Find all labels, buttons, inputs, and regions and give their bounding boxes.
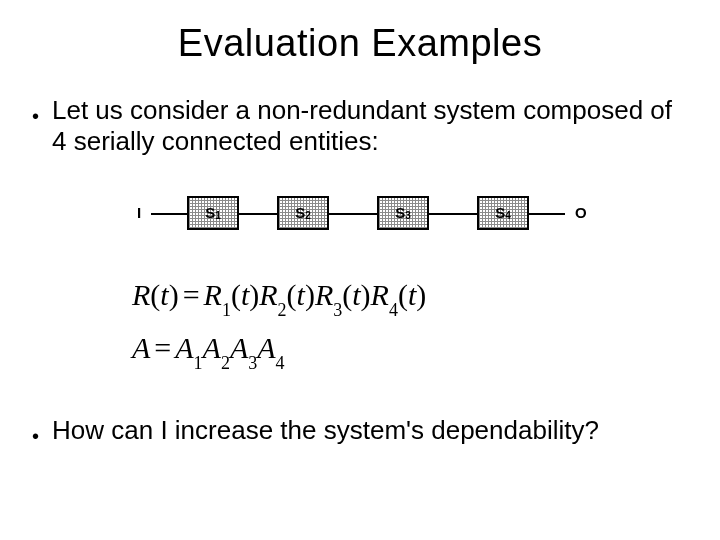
equations: R(t)=R1(t)R2(t)R3(t)R4(t) A=A1A2A3A4 xyxy=(32,269,688,374)
bullet-icon xyxy=(32,415,52,450)
block-s2-base: S xyxy=(295,204,305,222)
block-s3-base: S xyxy=(395,204,405,222)
block-s3: S3 xyxy=(377,196,429,230)
block-s2-sub: 2 xyxy=(305,210,311,222)
slide-body: Let us consider a non-redundant system c… xyxy=(0,65,720,450)
block-s3-sub: 3 xyxy=(405,210,411,222)
bullet-icon xyxy=(32,95,52,157)
block-s1: S1 xyxy=(187,196,239,230)
wire xyxy=(429,213,477,215)
output-label: O xyxy=(575,204,587,222)
bullet-2-text: How can I increase the system's dependab… xyxy=(52,415,599,450)
wire xyxy=(529,213,565,215)
wire xyxy=(151,213,187,215)
wire xyxy=(329,213,377,215)
input-label: I xyxy=(137,204,141,222)
block-s1-base: S xyxy=(205,204,215,222)
serial-system-diagram: I S1 S2 S3 S4 O xyxy=(137,185,688,241)
slide-title: Evaluation Examples xyxy=(0,0,720,65)
equation-reliability: R(t)=R1(t)R2(t)R3(t)R4(t) xyxy=(132,269,688,322)
block-s4: S4 xyxy=(477,196,529,230)
bullet-1-text: Let us consider a non-redundant system c… xyxy=(52,95,688,157)
block-s1-sub: 1 xyxy=(215,210,221,222)
block-s2: S2 xyxy=(277,196,329,230)
equation-availability: A=A1A2A3A4 xyxy=(132,322,688,375)
block-s4-sub: 4 xyxy=(505,210,511,222)
wire xyxy=(239,213,277,215)
bullet-1: Let us consider a non-redundant system c… xyxy=(32,95,688,157)
block-s4-base: S xyxy=(495,204,505,222)
bullet-2: How can I increase the system's dependab… xyxy=(32,415,688,450)
slide: Evaluation Examples Let us consider a no… xyxy=(0,0,720,540)
